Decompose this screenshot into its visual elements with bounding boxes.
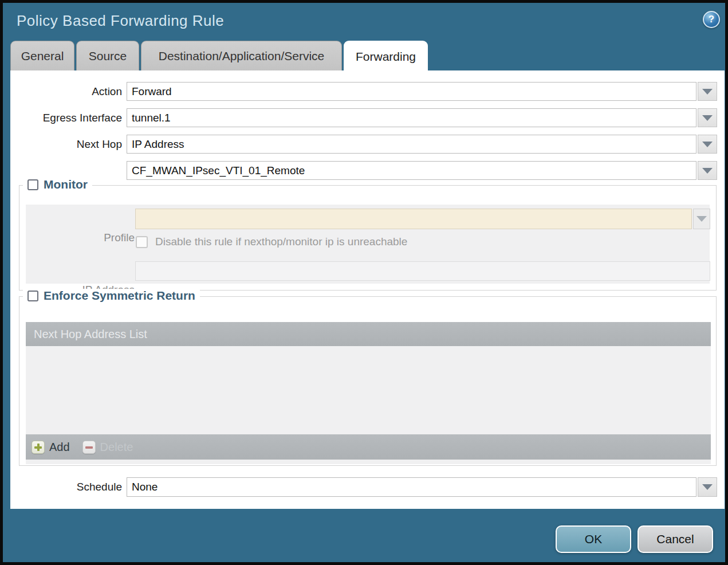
cancel-button[interactable]: Cancel [638,525,713,553]
monitor-legend: Monitor [23,178,92,191]
egress-interface-input[interactable] [127,108,696,127]
delete-button-label: Delete [100,441,133,454]
monitor-checkbox[interactable] [27,179,38,190]
delete-button: Delete [82,441,133,454]
chevron-down-icon [702,484,713,490]
help-icon[interactable]: ? [703,11,720,28]
next-hop-dropdown-button[interactable] [698,135,717,154]
next-hop-address-dropdown-button[interactable] [698,161,717,180]
disable-rule-checkbox [136,236,148,248]
chevron-down-icon [702,115,713,121]
next-hop-address-input[interactable] [127,161,696,180]
tab-label: Forwarding [356,50,416,64]
schedule-label: Schedule [10,477,122,496]
tab-label: Destination/Application/Service [159,49,325,63]
add-button[interactable]: Add [32,441,70,454]
next-hop-address-list-body[interactable] [26,346,711,434]
enforce-symmetric-return-checkbox[interactable] [27,291,38,301]
monitor-legend-label: Monitor [44,178,88,191]
symmetric-return-legend: Enforce Symmetric Return [23,289,200,303]
monitor-ip-address-input [135,261,710,281]
schedule-input[interactable] [127,477,696,497]
ok-button[interactable]: OK [556,525,631,553]
disable-rule-label: Disable this rule if nexthop/monitor ip … [155,236,407,248]
action-input[interactable] [127,82,696,101]
next-hop-label: Next Hop [10,135,122,154]
tab-destination-application-service[interactable]: Destination/Application/Service [141,41,342,70]
pbf-rule-dialog: Policy Based Forwarding Rule ? General S… [0,0,728,565]
chevron-down-icon [702,89,713,95]
minus-icon [82,441,96,454]
tab-label: Source [89,49,127,63]
dialog-title: Policy Based Forwarding Rule [17,12,224,30]
chevron-down-icon [702,168,713,174]
next-hop-address-list-toolbar: Add Delete [26,434,711,460]
chevron-down-icon [702,142,713,147]
help-glyph: ? [709,14,714,25]
profile-dropdown-button [693,209,710,229]
schedule-dropdown-button[interactable] [698,477,717,497]
table-bottom-strip [26,460,711,464]
chevron-down-icon [696,216,707,222]
next-hop-type-input[interactable] [127,135,696,154]
symmetric-return-section: Enforce Symmetric Return Next Hop Addres… [19,296,717,466]
tab-forwarding[interactable]: Forwarding [344,41,428,73]
tab-source[interactable]: Source [76,41,139,70]
egress-interface-label: Egress Interface [10,108,122,127]
forwarding-tab-panel: Action Egress Interface Next Hop Monitor [10,70,725,509]
egress-interface-dropdown-button[interactable] [698,108,717,127]
action-label: Action [10,82,122,101]
disable-rule-row: Disable this rule if nexthop/monitor ip … [136,236,407,248]
tab-general[interactable]: General [10,41,74,70]
monitor-section: Monitor Profile IP Address Disable this … [19,185,717,291]
symmetric-return-legend-label: Enforce Symmetric Return [44,289,195,303]
tab-label: General [21,49,64,63]
add-button-label: Add [49,441,70,454]
action-dropdown-button[interactable] [698,82,717,101]
plus-icon [32,441,45,454]
next-hop-address-list-header: Next Hop Address List [26,322,711,346]
profile-input [135,209,692,229]
profile-label: Profile [26,227,135,248]
